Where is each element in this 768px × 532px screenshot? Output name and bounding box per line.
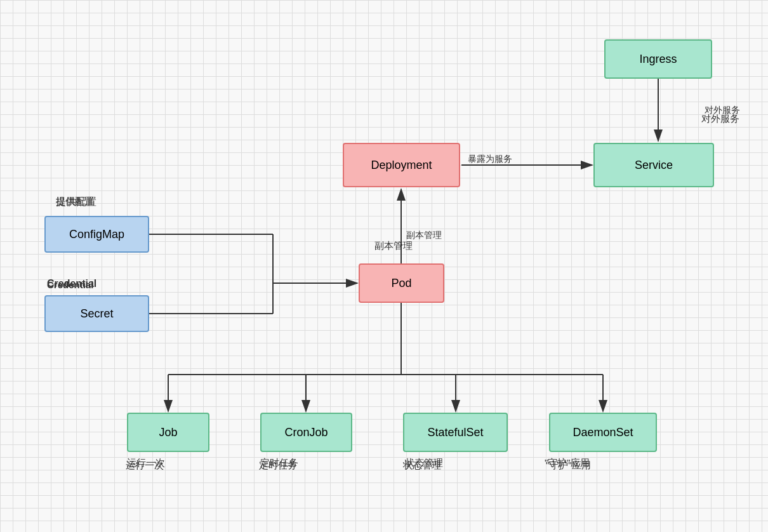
label-credential: Credential (47, 278, 96, 289)
label-scheduled: 定时任务 (260, 457, 298, 469)
label-state-mgmt: 状态管理 (405, 457, 443, 469)
node-secret: Secret (44, 295, 149, 332)
label-expose-arrow: 暴露为服务 (468, 154, 512, 165)
node-statefulset: StatefulSet (403, 413, 508, 452)
node-ingress: Ingress (604, 39, 712, 79)
node-job: Job (127, 413, 209, 452)
label-run-once: 运行一次 (127, 457, 165, 469)
label-external_service: 对外服务 (701, 113, 739, 125)
node-configmap: ConfigMap (44, 216, 149, 253)
node-service: Service (593, 143, 714, 187)
label-provide-config: 提供配置 (56, 196, 96, 209)
node-deployment: Deployment (343, 143, 460, 187)
node-daemonset: DaemonSet (549, 413, 657, 452)
node-pod: Pod (359, 263, 444, 303)
node-cronjob: CronJob (260, 413, 352, 452)
label-guard-app: "守护"应用 (545, 457, 590, 469)
label-replica_mgmt: 副本管理 (374, 240, 413, 252)
